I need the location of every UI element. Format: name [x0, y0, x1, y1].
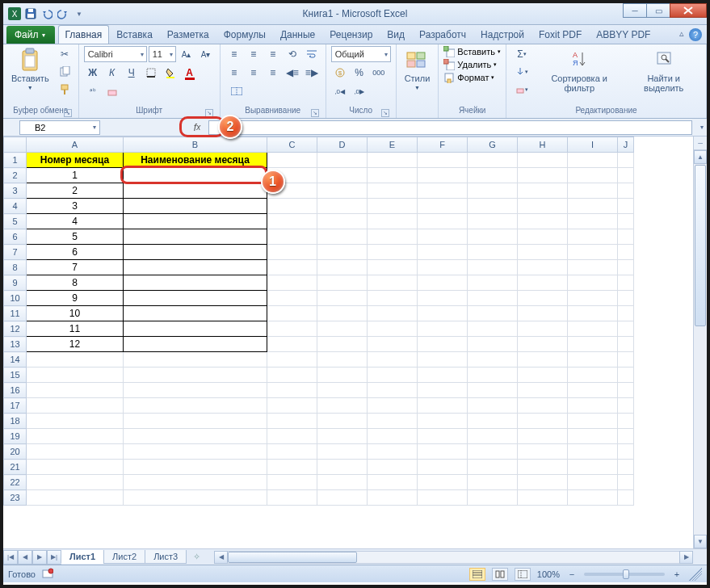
cell-D21[interactable]: [317, 460, 368, 475]
cell-A18[interactable]: [27, 414, 124, 429]
cell-D12[interactable]: [317, 321, 368, 337]
cell-G23[interactable]: [468, 490, 518, 506]
row-header-7[interactable]: 7: [4, 245, 27, 260]
name-box[interactable]: B2: [19, 120, 100, 135]
cell-C16[interactable]: [267, 383, 317, 398]
maximize-button[interactable]: ▭: [646, 3, 670, 18]
sheet-tab-Лист3[interactable]: Лист3: [145, 550, 187, 564]
cell-D20[interactable]: [317, 444, 368, 460]
cell-H23[interactable]: [518, 490, 568, 506]
cell-B3[interactable]: [124, 183, 267, 199]
formula-bar-input[interactable]: [208, 120, 692, 135]
cell-A10[interactable]: 9: [27, 291, 124, 306]
italic-icon[interactable]: К: [103, 65, 121, 81]
cell-B5[interactable]: [124, 214, 267, 229]
cell-C7[interactable]: [267, 245, 317, 260]
cell-I20[interactable]: [568, 444, 618, 460]
cell-D18[interactable]: [317, 414, 368, 429]
row-header-23[interactable]: 23: [4, 490, 27, 506]
cell-F10[interactable]: [418, 291, 468, 306]
ribbon-tab-данные[interactable]: Данные: [273, 25, 322, 44]
orientation-icon[interactable]: ⟲: [284, 46, 301, 62]
col-header-A[interactable]: A: [27, 137, 124, 153]
cell-C18[interactable]: [267, 414, 317, 429]
cell-H13[interactable]: [518, 337, 568, 352]
border-icon[interactable]: [142, 65, 160, 81]
cell-B1[interactable]: Наименование месяца: [124, 153, 267, 168]
cell-E17[interactable]: [368, 398, 418, 414]
cell-F15[interactable]: [418, 368, 468, 383]
cell-B8[interactable]: [124, 260, 267, 275]
accounting-icon[interactable]: $: [331, 65, 349, 81]
ribbon-tab-вставка[interactable]: Вставка: [109, 25, 160, 44]
cell-J2[interactable]: [618, 168, 634, 183]
cell-I5[interactable]: [568, 214, 618, 229]
cell-B4[interactable]: [124, 199, 267, 214]
cell-I18[interactable]: [568, 414, 618, 429]
save-icon[interactable]: [24, 7, 37, 20]
cell-H7[interactable]: [518, 245, 568, 260]
cell-C12[interactable]: [267, 321, 317, 337]
cell-J9[interactable]: [618, 275, 634, 291]
cell-C4[interactable]: [267, 199, 317, 214]
fill-icon[interactable]: ▾: [511, 64, 532, 80]
page-break-view-icon[interactable]: [515, 568, 531, 581]
minimize-button[interactable]: ─: [623, 3, 647, 18]
scroll-thumb[interactable]: [695, 165, 706, 326]
align-top-icon[interactable]: ≡: [225, 46, 243, 62]
help-icon[interactable]: ?: [689, 28, 702, 41]
cell-G15[interactable]: [468, 368, 518, 383]
cell-I19[interactable]: [568, 429, 618, 444]
cell-B14[interactable]: [124, 352, 267, 368]
cell-G3[interactable]: [468, 183, 518, 199]
cell-H1[interactable]: [518, 153, 568, 168]
cell-F4[interactable]: [418, 199, 468, 214]
cell-D4[interactable]: [317, 199, 368, 214]
cell-F23[interactable]: [418, 490, 468, 506]
col-header-C[interactable]: C: [267, 137, 317, 153]
cell-G10[interactable]: [468, 291, 518, 306]
cell-J12[interactable]: [618, 321, 634, 337]
cell-I4[interactable]: [568, 199, 618, 214]
cell-J21[interactable]: [618, 460, 634, 475]
cell-D3[interactable]: [317, 183, 368, 199]
scroll-down-icon[interactable]: ▼: [694, 535, 707, 548]
cell-B2[interactable]: [124, 168, 267, 183]
ribbon-tab-foxit pdf[interactable]: Foxit PDF: [531, 25, 589, 44]
copy-icon[interactable]: [56, 64, 74, 80]
cell-G14[interactable]: [468, 352, 518, 368]
cell-C1[interactable]: [267, 153, 317, 168]
cell-B15[interactable]: [124, 368, 267, 383]
cell-E16[interactable]: [368, 383, 418, 398]
cell-G1[interactable]: [468, 153, 518, 168]
select-all-corner[interactable]: [4, 137, 27, 153]
cell-J11[interactable]: [618, 306, 634, 321]
cell-G9[interactable]: [468, 275, 518, 291]
cell-H5[interactable]: [518, 214, 568, 229]
clear-icon[interactable]: ▾: [511, 82, 532, 98]
cell-B7[interactable]: [124, 245, 267, 260]
tab-nav-prev-icon[interactable]: ◀: [18, 550, 32, 565]
decrease-indent-icon[interactable]: ◀≡: [284, 65, 301, 81]
cell-E22[interactable]: [368, 475, 418, 490]
cell-F8[interactable]: [418, 260, 468, 275]
cell-E5[interactable]: [368, 214, 418, 229]
cell-A13[interactable]: 12: [27, 337, 124, 352]
cell-H2[interactable]: [518, 168, 568, 183]
cell-F11[interactable]: [418, 306, 468, 321]
cell-G20[interactable]: [468, 444, 518, 460]
scroll-up-icon[interactable]: ▲: [694, 150, 707, 164]
row-header-1[interactable]: 1: [4, 153, 27, 168]
font-name-select[interactable]: Calibri: [84, 46, 147, 62]
cell-D1[interactable]: [317, 153, 368, 168]
row-header-22[interactable]: 22: [4, 475, 27, 490]
expand-formula-bar-icon[interactable]: ▾: [700, 124, 704, 131]
cell-G8[interactable]: [468, 260, 518, 275]
minimize-ribbon-icon[interactable]: ▵: [679, 28, 684, 41]
cell-D17[interactable]: [317, 398, 368, 414]
cell-I17[interactable]: [568, 398, 618, 414]
cell-I22[interactable]: [568, 475, 618, 490]
cell-H9[interactable]: [518, 275, 568, 291]
cell-C13[interactable]: [267, 337, 317, 352]
sheet-tab-Лист1[interactable]: Лист1: [61, 550, 104, 564]
